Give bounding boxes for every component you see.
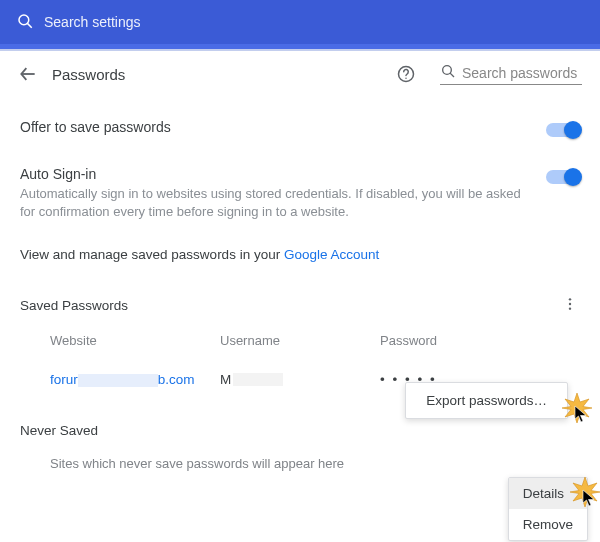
row-website[interactable]: forurb.com [50,372,220,387]
menu-item-details[interactable]: Details [509,478,587,509]
svg-point-5 [443,66,452,75]
password-search-input[interactable] [462,65,582,81]
manage-prefix: View and manage saved passwords in your [20,247,284,262]
export-passwords-menu-item[interactable]: Export passwords… [405,382,568,419]
redacted-segment [78,374,158,387]
redacted-segment [233,373,283,386]
saved-passwords-title: Saved Passwords [20,298,560,313]
col-username: Username [220,333,380,348]
help-icon[interactable] [396,64,416,84]
manage-passwords-row: View and manage saved passwords in your … [20,235,580,282]
password-search-wrap[interactable] [440,63,582,85]
page-title: Passwords [52,66,125,83]
top-bar [0,0,600,44]
never-saved-empty: Sites which never save passwords will ap… [20,448,580,471]
column-headers: Website Username Password [20,323,580,362]
saved-passwords-head: Saved Passwords [20,282,580,323]
offer-save-toggle[interactable] [546,123,580,137]
offer-save-label: Offer to save passwords [20,119,530,135]
svg-line-1 [27,23,31,27]
search-icon [440,63,456,82]
site-end: b.com [158,372,195,387]
more-vert-icon[interactable] [560,296,580,315]
user-start: M [220,372,231,387]
menu-item-remove[interactable]: Remove [509,509,587,540]
offer-save-row: Offer to save passwords [20,105,580,152]
svg-point-7 [569,299,571,301]
svg-point-0 [19,15,29,25]
auto-signin-row: Auto Sign-in Automatically sign in to we… [20,152,580,235]
col-password: Password [380,333,580,348]
svg-point-4 [405,77,407,79]
search-icon [16,12,34,33]
back-arrow-icon[interactable] [18,64,38,84]
auto-signin-desc: Automatically sign in to websites using … [20,185,530,221]
site-start: forur [50,372,78,387]
auto-signin-toggle[interactable] [546,170,580,184]
row-username: M [220,372,380,387]
row-context-menu: Details Remove [508,477,588,541]
auto-signin-label: Auto Sign-in [20,166,530,182]
svg-point-9 [569,308,571,310]
settings-search-input[interactable] [44,14,584,30]
col-website: Website [50,333,220,348]
svg-point-8 [569,303,571,305]
page-header: Passwords [0,51,600,97]
svg-line-6 [450,73,454,77]
google-account-link[interactable]: Google Account [284,247,379,262]
